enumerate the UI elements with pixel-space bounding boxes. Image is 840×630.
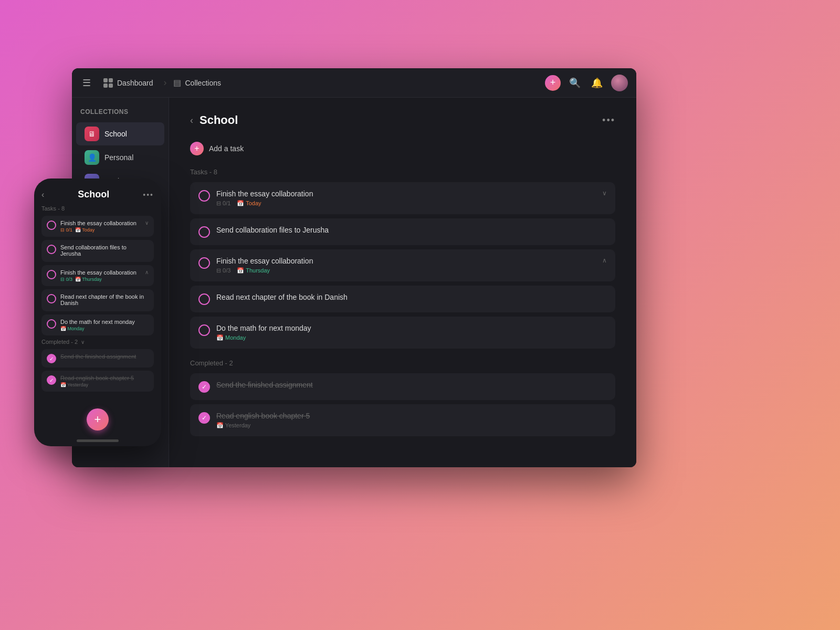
mobile-task-item[interactable]: Finish the essay collaboration ⊟ 0/1 📅 T… [41,216,154,237]
add-task-label: Add a task [209,144,244,153]
folder-icon: ▤ [173,78,181,88]
task-title: Send collaboration files to Jerusha [216,226,607,234]
mobile-task-checkbox[interactable] [47,270,56,279]
mobile-more-button[interactable]: ••• [143,191,154,199]
mobile-task-title: Send the finished assignment [60,353,149,360]
mobile-task-body: Finish the essay collaboration ⊟ 0/1 📅 T… [60,220,141,233]
mobile-task-checkbox-completed[interactable]: ✓ [47,375,56,385]
search-icon[interactable]: 🔍 [567,75,583,91]
task-checkbox[interactable] [198,257,210,269]
task-item[interactable]: Finish the essay collaboration ⊟ 0/1 📅 T… [190,182,615,214]
completed-task-item[interactable]: ✓ Send the finished assignment [190,373,615,400]
mobile-completed-task-item[interactable]: ✓ Read english book chapter 5 📅 Yesterda… [41,371,154,392]
task-meta: ⊟ 0/1 📅 Today [216,200,596,207]
task-checkbox-completed[interactable]: ✓ [198,381,210,393]
task-title: Read next chapter of the book in Danish [216,293,607,301]
menu-icon[interactable]: ☰ [80,75,93,91]
collections-nav-item[interactable]: ▤ Collections [173,78,221,88]
main-content: ‹ School ••• + Add a task Tasks - 8 Fini… [169,98,636,467]
mobile-task-checkbox-completed[interactable]: ✓ [47,354,56,363]
plus-icon: + [550,77,556,88]
mobile-task-body: Read english book chapter 5 📅 Yesterday [60,375,149,387]
mobile-task-checkbox[interactable] [47,245,56,254]
task-title: Do the math for next monday [216,324,607,332]
completed-section: Completed - 2 ✓ Send the finished assign… [190,359,615,436]
more-options-button[interactable]: ••• [602,115,615,126]
task-checkbox[interactable] [198,190,210,202]
expand-icon[interactable]: ∧ [602,257,607,264]
mobile-task-item[interactable]: Finish the essay collaboration ⊟ 0/3 📅 T… [41,265,154,286]
school-icon: 🖥 [85,127,99,141]
task-item[interactable]: Do the math for next monday 📅 Monday [190,317,615,349]
mobile-task-body: Send collaboration files to Jerusha [60,244,149,258]
nav-separator: › [164,77,167,88]
task-body: Do the math for next monday 📅 Monday [216,324,607,341]
dashboard-nav-item[interactable]: Dashboard [99,76,158,90]
add-icon: + [190,142,204,155]
add-button[interactable]: + [545,75,561,91]
mobile-task-checkbox[interactable] [47,294,56,303]
mobile-task-checkbox[interactable] [47,220,56,230]
collections-nav-label: Collections [185,79,221,87]
mobile-content: ‹ School ••• Tasks - 8 Finish the essay … [34,178,161,439]
subtask-count: ⊟ 0/3 [216,267,230,274]
mobile-task-item[interactable]: Send collaboration files to Jerusha [41,240,154,262]
mobile-task-body: Send the finished assignment [60,353,149,361]
dashboard-icon [103,78,113,88]
mobile-home-indicator [77,439,119,442]
expand-icon[interactable]: ∨ [602,190,607,197]
bell-icon[interactable]: 🔔 [589,75,605,91]
tasks-section-label: Tasks - 8 [190,168,615,176]
sidebar-item-school[interactable]: 🖥 School [76,122,164,145]
mobile-add-button[interactable]: + [87,408,109,430]
add-task-button[interactable]: + Add a task [190,138,615,160]
mobile-expand-icon[interactable]: ∧ [145,269,149,275]
mobile-expand-icon[interactable]: ∨ [145,220,149,226]
task-title: Finish the essay collaboration [216,190,596,198]
sidebar-title: Collections [72,108,169,122]
sidebar-item-personal[interactable]: 👤 Personal [76,146,164,169]
task-checkbox-completed[interactable]: ✓ [198,412,210,424]
task-meta: 📅 Monday [216,334,607,341]
mobile-task-meta: ⊟ 0/1 📅 Today [60,227,141,233]
task-checkbox[interactable] [198,324,210,336]
task-item[interactable]: Send collaboration files to Jerusha [190,218,615,245]
mobile-completed-task-item[interactable]: ✓ Send the finished assignment [41,349,154,368]
mobile-task-title: Finish the essay collaboration [60,269,141,276]
mobile-task-item[interactable]: Read next chapter of the book in Danish [41,289,154,311]
completed-section-label: Completed - 2 [190,359,615,367]
mobile-chevron-icon: ∨ [81,339,85,345]
page-header: ‹ School ••• [190,113,615,127]
dashboard-label: Dashboard [117,79,153,87]
task-meta: 📅 Yesterday [216,422,607,429]
task-body: Finish the essay collaboration ⊟ 0/1 📅 T… [216,190,596,207]
task-body: Send collaboration files to Jerusha [216,226,607,236]
mobile-completed-row[interactable]: Completed - 2 ∨ [41,339,154,345]
completed-task-item[interactable]: ✓ Read english book chapter 5 📅 Yesterda… [190,404,615,436]
mobile-task-body: Finish the essay collaboration ⊟ 0/3 📅 T… [60,269,141,282]
mobile-back-button[interactable]: ‹ [41,190,44,200]
task-body: Read next chapter of the book in Danish [216,293,607,303]
task-item[interactable]: Read next chapter of the book in Danish [190,286,615,312]
task-checkbox[interactable] [198,226,210,238]
task-date: 📅 Monday [216,334,246,341]
task-item[interactable]: Finish the essay collaboration ⊟ 0/3 📅 T… [190,249,615,281]
nav-right-actions: + 🔍 🔔 [545,75,628,91]
avatar[interactable] [611,75,628,91]
mobile-task-body: Do the math for next monday 📅 Monday [60,319,149,331]
mobile-task-item[interactable]: Do the math for next monday 📅 Monday [41,314,154,335]
mobile-task-body: Read next chapter of the book in Danish [60,293,149,307]
mobile-task-title: Read english book chapter 5 [60,375,149,381]
mobile-task-checkbox[interactable] [47,319,56,329]
mobile-task-meta: 📅 Monday [60,326,149,331]
mobile-task-title: Read next chapter of the book in Danish [60,293,149,306]
mobile-task-title: Finish the essay collaboration [60,220,141,226]
subtask-count: ⊟ 0/1 [216,200,230,207]
task-checkbox[interactable] [198,293,210,305]
mobile-task-meta: ⊟ 0/3 📅 Thursday [60,277,141,282]
task-body: Read english book chapter 5 📅 Yesterday [216,412,607,429]
mobile-plus-icon: + [94,413,101,426]
mobile-task-title: Do the math for next monday [60,319,149,325]
back-button[interactable]: ‹ [190,115,193,126]
task-title: Send the finished assignment [216,381,607,389]
